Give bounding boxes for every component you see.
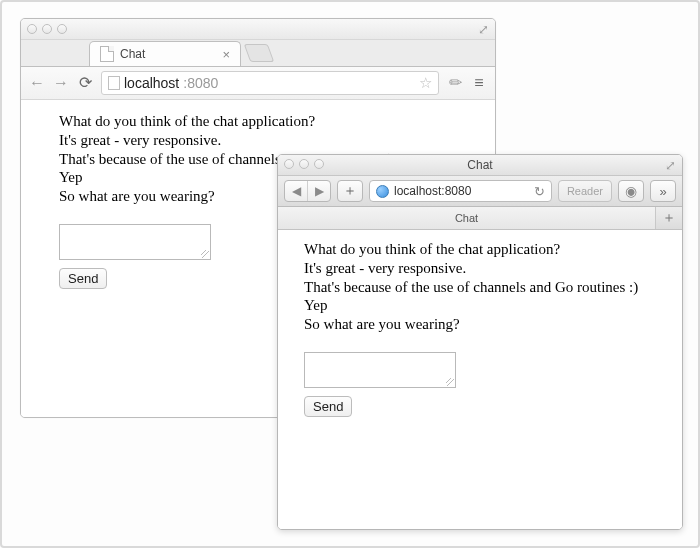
close-window-icon[interactable] — [27, 24, 37, 34]
safari-window: Chat ⤢ ◀ ▶ ＋ localhost:8080 ↻ Reader ◉ »… — [277, 154, 683, 530]
chrome-tabstrip: Chat × — [21, 40, 495, 67]
new-tab-button[interactable] — [244, 44, 275, 62]
globe-icon — [376, 185, 389, 198]
chat-message: What do you think of the chat applicatio… — [304, 240, 672, 259]
close-tab-icon[interactable]: × — [222, 47, 230, 62]
chat-message: It's great - very responsive. — [304, 259, 672, 278]
chat-message: Yep — [304, 296, 672, 315]
new-tab-button[interactable]: ＋ — [656, 207, 682, 229]
close-window-icon[interactable] — [284, 159, 294, 169]
downloads-button[interactable]: ◉ — [618, 180, 644, 202]
back-button[interactable]: ◀ — [285, 181, 307, 201]
back-button[interactable]: ← — [29, 75, 45, 91]
address-bar[interactable]: localhost:8080 ☆ — [101, 71, 439, 95]
reload-icon[interactable]: ↻ — [534, 184, 545, 199]
window-controls — [284, 159, 324, 169]
tab-title: Chat — [455, 212, 478, 224]
nav-buttons: ◀ ▶ — [284, 180, 331, 202]
bookmark-star-icon[interactable]: ☆ — [419, 74, 432, 92]
reload-button[interactable]: ⟳ — [77, 75, 93, 91]
zoom-window-icon[interactable] — [57, 24, 67, 34]
minimize-window-icon[interactable] — [299, 159, 309, 169]
chat-message: That's because of the use of channels an… — [304, 278, 672, 297]
expand-icon[interactable]: ⤢ — [665, 158, 676, 173]
safari-titlebar: Chat ⤢ — [278, 155, 682, 176]
tab-title: Chat — [120, 47, 145, 61]
chat-message: What do you think of the chat applicatio… — [59, 112, 485, 131]
address-bar[interactable]: localhost:8080 ↻ — [369, 180, 552, 202]
chat-message: It's great - very responsive. — [59, 131, 485, 150]
message-input[interactable] — [59, 224, 211, 260]
minimize-window-icon[interactable] — [42, 24, 52, 34]
forward-button[interactable]: ▶ — [307, 181, 330, 201]
page-content: What do you think of the chat applicatio… — [278, 230, 682, 530]
safari-toolbar: ◀ ▶ ＋ localhost:8080 ↻ Reader ◉ » — [278, 176, 682, 207]
url-text: localhost:8080 — [394, 184, 471, 198]
chrome-titlebar: ⤢ — [21, 19, 495, 40]
page-icon — [108, 76, 120, 90]
url-port: :8080 — [183, 75, 218, 91]
overflow-button[interactable]: » — [650, 180, 676, 202]
reader-button[interactable]: Reader — [558, 180, 612, 202]
browser-tab[interactable]: Chat — [278, 207, 656, 229]
url-host: localhost — [124, 75, 179, 91]
send-button[interactable]: Send — [304, 396, 352, 417]
window-controls — [27, 24, 67, 34]
chrome-toolbar: ← → ⟳ localhost:8080 ☆ ✏ ≡ — [21, 67, 495, 100]
send-button[interactable]: Send — [59, 268, 107, 289]
browser-tab[interactable]: Chat × — [89, 41, 241, 66]
webrtc-icon[interactable]: ✏ — [447, 75, 463, 91]
zoom-window-icon[interactable] — [314, 159, 324, 169]
menu-icon[interactable]: ≡ — [471, 75, 487, 91]
window-title: Chat — [467, 158, 492, 172]
forward-button[interactable]: → — [53, 75, 69, 91]
message-input[interactable] — [304, 352, 456, 388]
add-bookmark-button[interactable]: ＋ — [337, 180, 363, 202]
page-favicon-icon — [100, 46, 114, 62]
expand-icon[interactable]: ⤢ — [478, 22, 489, 37]
chat-message: So what are you wearing? — [304, 315, 672, 334]
safari-tabbar: Chat ＋ — [278, 207, 682, 230]
